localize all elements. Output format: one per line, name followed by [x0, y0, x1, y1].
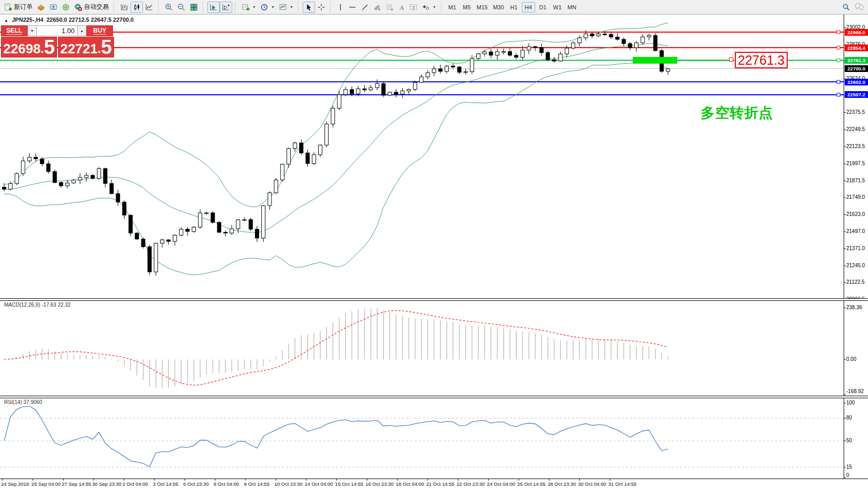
macd-panel-splitter[interactable] [0, 298, 868, 301]
volume-decrease-button[interactable]: ▼ [27, 25, 37, 36]
sell-price-pips: 5 [44, 39, 55, 55]
sell-price-display[interactable]: 22698.5 [1, 37, 57, 57]
one-click-trading-panel: SELL ▼ ▲ BUY 22698.5 22721.5 [1, 25, 115, 57]
buy-button[interactable]: BUY [87, 25, 113, 36]
price-tag-22507.2: 22507.2 [845, 91, 868, 98]
volume-input[interactable] [37, 25, 77, 36]
line-end-handle[interactable] [729, 57, 733, 62]
chart-canvas[interactable] [0, 0, 868, 492]
rsi-panel-splitter[interactable] [0, 396, 868, 398]
price-tag-22969.0: 22969.0 [845, 29, 868, 36]
sell-price-main: 22698 [3, 42, 40, 55]
price-tag-22854.4: 22854.4 [845, 45, 868, 51]
turning-point-annotation[interactable]: 多空转折点 [701, 104, 773, 122]
rsi-indicator-label: RSI(14) 37.9060 [4, 399, 42, 405]
price-tag-22602.0: 22602.0 [845, 79, 868, 85]
buy-price-display[interactable]: 22721.5 [58, 37, 114, 57]
price-callout-label[interactable]: 22761.3 [735, 52, 788, 68]
buy-price-pips: 5 [101, 39, 112, 55]
sell-button[interactable]: SELL [1, 25, 27, 36]
price-tag-22700.0: 22700.0 [845, 65, 868, 72]
timeline-separator [0, 479, 868, 479]
price-axis-line [844, 15, 844, 479]
trading-terminal-window: 新订单 自动交易 [0, 0, 868, 492]
volume-increase-button[interactable]: ▲ [77, 25, 87, 36]
price-tag-22761.3: 22761.3 [845, 57, 868, 64]
macd-indicator-label: MACD(12,26,9) -17.63 22.32 [4, 302, 70, 308]
buy-price-main: 22721 [60, 42, 97, 55]
